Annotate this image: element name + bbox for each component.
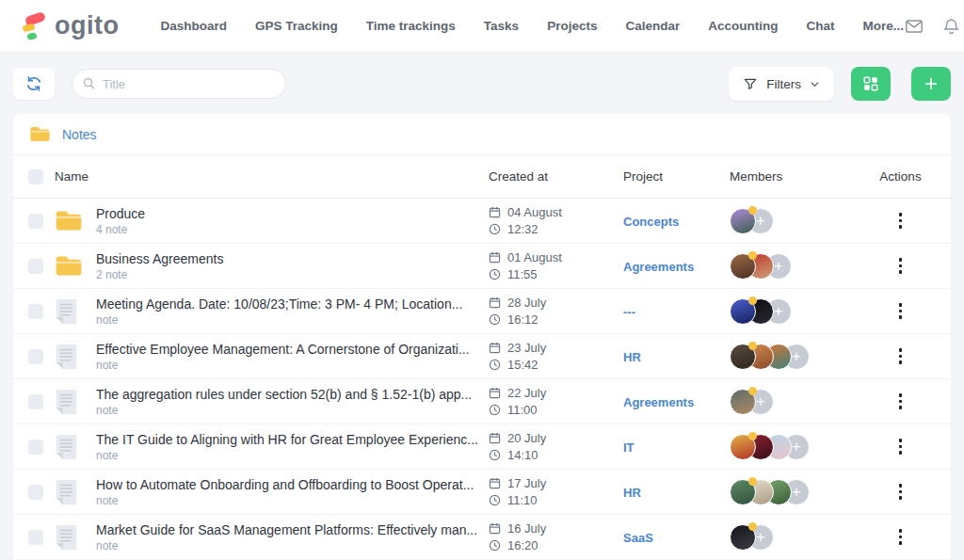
created-time: 16:20 (507, 538, 538, 552)
add-button[interactable] (911, 67, 951, 101)
table-row: The aggregation rules under section 52(b… (13, 379, 951, 424)
members-cell: + (719, 344, 865, 370)
nav-item-more[interactable]: More... (862, 19, 904, 33)
row-checkbox[interactable] (28, 259, 43, 274)
member-avatar[interactable] (730, 479, 756, 505)
project-link[interactable]: Agreements (623, 395, 694, 409)
created-date: 23 July (507, 341, 546, 355)
member-avatar[interactable] (730, 344, 756, 370)
member-avatar[interactable] (730, 208, 756, 234)
clock-icon (489, 449, 501, 461)
created-date: 20 July (507, 431, 546, 445)
project-link[interactable]: --- (623, 305, 635, 319)
row-actions-menu[interactable] (893, 525, 908, 549)
grid-view-button[interactable] (851, 67, 891, 101)
owner-badge-icon (748, 251, 757, 260)
member-avatar[interactable] (730, 524, 756, 551)
row-actions-menu[interactable] (893, 435, 908, 458)
members-cell: + (719, 389, 865, 415)
row-title[interactable]: Meeting Agenda. Date: 10/08/23;Time: 3 P… (96, 296, 489, 312)
brand-name: ogito (55, 13, 119, 39)
row-title[interactable]: Market Guide for SaaS Management Platfor… (96, 522, 489, 537)
nav-item-chat[interactable]: Chat (806, 19, 834, 33)
created-time: 11:10 (507, 493, 538, 507)
refresh-button[interactable] (13, 68, 55, 100)
breadcrumb-notes-link[interactable]: Notes (62, 127, 97, 142)
table-row: Effective Employee Management: A Corners… (13, 334, 951, 379)
row-subtitle: note (96, 313, 489, 327)
row-checkbox[interactable] (28, 394, 43, 409)
member-avatar[interactable] (730, 434, 756, 460)
row-title[interactable]: How to Automate Onboarding and Offboardi… (96, 477, 489, 492)
search-input[interactable] (72, 69, 286, 99)
project-link[interactable]: IT (623, 440, 635, 455)
row-checkbox[interactable] (28, 214, 43, 229)
table-row: Business Agreements 2 note 01 August (13, 244, 951, 289)
row-title[interactable]: Produce (96, 206, 489, 221)
clock-icon (489, 539, 501, 552)
row-title[interactable]: Effective Employee Management: A Corners… (96, 342, 489, 357)
select-all-checkbox[interactable] (28, 169, 43, 184)
row-title[interactable]: The IT Guide to Aligning with HR for Gre… (96, 432, 489, 447)
row-actions-menu[interactable] (893, 480, 908, 504)
created-time: 15:42 (507, 358, 538, 372)
project-link[interactable]: Agreements (623, 260, 694, 274)
owner-badge-icon (748, 387, 757, 395)
member-avatar[interactable] (730, 298, 756, 325)
filter-funnel-icon (743, 76, 758, 91)
owner-badge-icon (748, 342, 757, 350)
member-avatar[interactable] (730, 389, 756, 415)
row-title[interactable]: Business Agreements (96, 251, 489, 266)
mail-icon[interactable] (904, 16, 924, 37)
row-checkbox[interactable] (28, 349, 43, 364)
bell-icon[interactable] (941, 16, 961, 37)
project-link[interactable]: HR (623, 486, 641, 500)
row-actions-menu[interactable] (893, 299, 908, 323)
row-title[interactable]: The aggregation rules under section 52(b… (96, 387, 489, 402)
project-link[interactable]: HR (623, 350, 641, 364)
nav-item-tasks[interactable]: Tasks (484, 19, 519, 33)
nav-item-projects[interactable]: Projects (547, 19, 597, 33)
nav-item-accounting[interactable]: Accounting (708, 19, 778, 33)
row-actions-menu[interactable] (893, 209, 908, 232)
note-icon (55, 478, 78, 506)
project-link[interactable]: SaaS (623, 531, 653, 545)
folder-icon (55, 209, 83, 232)
row-checkbox[interactable] (28, 530, 43, 545)
table-header: Name Created at Project Members Actions (13, 155, 951, 199)
member-avatar[interactable] (730, 253, 756, 280)
row-checkbox[interactable] (28, 440, 43, 455)
members-cell: + (719, 298, 865, 325)
chevron-down-icon (810, 79, 820, 89)
search-icon (82, 76, 96, 90)
filters-button[interactable]: Filters (729, 67, 834, 101)
row-actions-menu[interactable] (893, 254, 908, 278)
nav-item-gps-tracking[interactable]: GPS Tracking (255, 19, 338, 33)
calendar-icon (489, 206, 501, 218)
brand-logo[interactable]: ogito (21, 10, 119, 42)
row-subtitle: 2 note (96, 268, 489, 281)
row-checkbox[interactable] (28, 485, 43, 500)
row-actions-menu[interactable] (893, 390, 908, 413)
members-cell: + (719, 479, 865, 505)
calendar-icon (489, 522, 501, 535)
notes-card: Notes Name Created at Project Members Ac… (13, 114, 951, 560)
clock-icon (489, 404, 501, 416)
nav-item-calendar[interactable]: Calendar (625, 19, 680, 33)
grid-view-icon (862, 75, 879, 92)
table-row: How to Automate Onboarding and Offboardi… (13, 470, 951, 515)
app-header: ogito DashboardGPS TrackingTime tracking… (0, 0, 964, 53)
project-link[interactable]: Concepts (623, 215, 679, 229)
members-cell: + (719, 434, 865, 460)
members-cell: + (719, 524, 865, 551)
row-actions-menu[interactable] (893, 344, 908, 368)
nav-item-dashboard[interactable]: Dashboard (160, 19, 227, 33)
owner-badge-icon (748, 296, 757, 305)
breadcrumb: Notes (13, 114, 951, 155)
created-date: 28 July (507, 296, 546, 310)
row-checkbox[interactable] (28, 304, 43, 319)
nav-item-time-trackings[interactable]: Time trackings (366, 19, 456, 33)
table-row: Market Guide for SaaS Management Platfor… (13, 515, 951, 560)
calendar-icon (489, 387, 501, 399)
row-subtitle: note (96, 404, 489, 417)
